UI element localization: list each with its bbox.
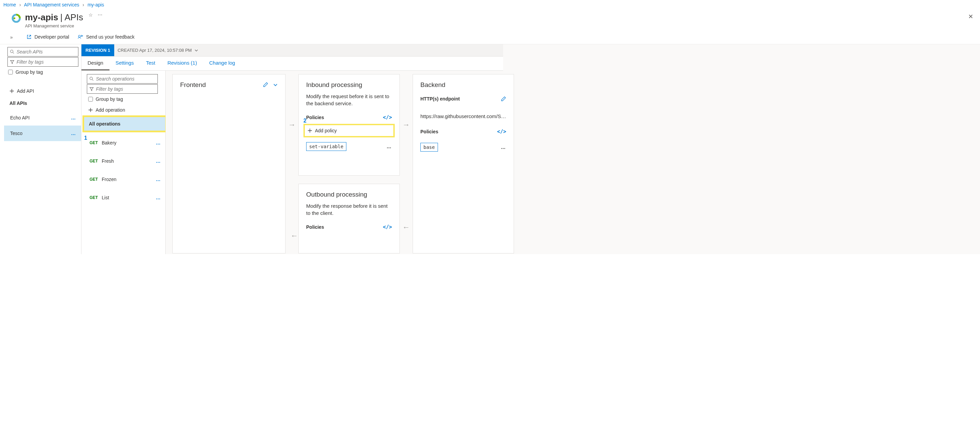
policy-chip-base[interactable]: base: [420, 143, 438, 152]
inbound-title: Inbound processing: [306, 81, 362, 89]
feedback-button[interactable]: Send us your feedback: [77, 34, 135, 40]
arrow-right-icon: → ←: [402, 74, 410, 176]
page-header: my-apis|APIs API Management service ☆ ⋯ …: [0, 10, 980, 31]
outbound-policies-label: Policies: [306, 224, 324, 230]
api-list-pane: Group by tag Add API All APIs Echo API ……: [0, 44, 81, 254]
backend-policies-label: Policies: [420, 129, 438, 134]
plus-icon: [88, 108, 93, 112]
tab-test[interactable]: Test: [140, 56, 162, 70]
callout-2: 2: [304, 118, 307, 124]
expand-sidebar-icon[interactable]: »: [10, 35, 13, 40]
inbound-policies-label: Policies: [306, 115, 324, 120]
outbound-desc: Modify the response before it is sent to…: [299, 202, 399, 222]
inbound-panel: Inbound processing Modify the request be…: [298, 74, 400, 176]
svg-point-0: [14, 17, 15, 19]
frontend-dropdown-icon[interactable]: [273, 83, 278, 88]
more-icon[interactable]: …: [156, 177, 161, 182]
plus-icon: [10, 89, 14, 93]
more-icon[interactable]: …: [156, 195, 161, 200]
arrow-left-icon: ←: [402, 223, 410, 232]
search-apis-input[interactable]: [17, 49, 78, 54]
developer-portal-button[interactable]: Developer portal: [26, 34, 69, 40]
operation-item[interactable]: GET Fresh …: [84, 152, 165, 170]
group-by-tag-ops[interactable]: Group by tag: [88, 96, 165, 102]
code-editor-icon[interactable]: </>: [383, 114, 392, 120]
filter-apis-input[interactable]: [17, 59, 78, 65]
add-inbound-policy-button[interactable]: 2 Add policy: [304, 124, 395, 137]
filter-apis-box[interactable]: [8, 57, 78, 67]
search-icon: [10, 50, 14, 54]
group-by-tag-apis[interactable]: Group by tag: [8, 69, 81, 75]
filter-icon: [89, 86, 94, 91]
search-apis-box[interactable]: [8, 47, 78, 56]
outbound-title: Outbound processing: [306, 191, 368, 198]
group-by-tag-checkbox[interactable]: [8, 70, 13, 74]
close-icon[interactable]: ✕: [968, 13, 973, 20]
svg-point-2: [11, 50, 13, 53]
operation-item[interactable]: GET Bakery …: [84, 134, 165, 152]
more-menu-icon[interactable]: ⋯: [98, 12, 103, 18]
svg-line-5: [92, 80, 94, 81]
backend-endpoint-label: HTTP(s) endpoint: [420, 96, 460, 102]
command-bar: » Developer portal Send us your feedback: [0, 31, 980, 44]
page-title: my-apis|APIs: [25, 12, 83, 23]
arrow-right-icon: →: [288, 74, 296, 176]
revision-badge[interactable]: REVISION 1: [81, 44, 114, 56]
arrow-left-icon: ←: [291, 232, 298, 240]
frontend-panel: Frontend: [172, 74, 286, 254]
api-item-tesco[interactable]: Tesco …: [4, 126, 81, 141]
breadcrumb-apim[interactable]: API Management services: [24, 2, 79, 8]
breadcrumb: Home › API Management services › my-apis: [0, 0, 980, 10]
plus-icon: [307, 128, 312, 133]
more-icon[interactable]: …: [71, 131, 76, 136]
backend-panel: Backend HTTP(s) endpoint https://raw.git…: [413, 74, 514, 254]
backend-url: https://raw.githubusercontent.com/Sirwan…: [413, 106, 514, 126]
more-icon[interactable]: …: [501, 144, 506, 150]
backend-title: Backend: [420, 81, 445, 89]
edit-frontend-button[interactable]: [263, 83, 270, 88]
more-icon[interactable]: …: [71, 115, 76, 120]
chevron-right-icon: ›: [19, 2, 21, 8]
search-operations-box[interactable]: [87, 74, 158, 83]
svg-line-3: [13, 53, 14, 54]
svg-point-1: [78, 35, 80, 37]
revision-bar: REVISION 1 CREATED Apr 17, 2024, 10:57:0…: [81, 44, 503, 56]
external-link-icon: [26, 34, 32, 40]
more-icon[interactable]: …: [156, 140, 161, 145]
inbound-desc: Modify the request before it is sent to …: [299, 93, 399, 112]
add-operation-button[interactable]: Add operation: [88, 107, 165, 113]
operation-item[interactable]: GET List …: [84, 189, 165, 207]
tab-changelog[interactable]: Change log: [203, 56, 241, 70]
revision-created[interactable]: CREATED Apr 17, 2024, 10:57:08 PM: [114, 44, 202, 56]
code-editor-icon[interactable]: </>: [383, 224, 392, 230]
group-by-tag-checkbox[interactable]: [88, 97, 93, 102]
all-operations-link[interactable]: All operations: [83, 115, 167, 132]
more-icon[interactable]: …: [156, 158, 161, 164]
tab-settings[interactable]: Settings: [110, 56, 140, 70]
filter-operations-input[interactable]: [96, 86, 158, 92]
feedback-icon: [77, 34, 83, 40]
api-tabs: Design Settings Test Revisions (1) Chang…: [81, 56, 503, 71]
tab-revisions[interactable]: Revisions (1): [161, 56, 203, 70]
operations-pane: REVISION 1 CREATED Apr 17, 2024, 10:57:0…: [81, 44, 165, 254]
edit-backend-button[interactable]: [501, 96, 506, 102]
all-apis-link[interactable]: All APIs: [10, 101, 81, 106]
tab-design[interactable]: Design: [81, 56, 110, 70]
callout-1: 1: [84, 135, 87, 141]
add-api-button[interactable]: Add API: [10, 88, 81, 94]
search-icon: [89, 77, 94, 81]
breadcrumb-myapis[interactable]: my-apis: [88, 2, 104, 8]
more-icon[interactable]: …: [387, 144, 392, 149]
filter-operations-box[interactable]: [87, 84, 158, 94]
chevron-down-icon: [194, 48, 198, 53]
breadcrumb-home[interactable]: Home: [3, 2, 16, 8]
operation-item[interactable]: GET Frozen …: [84, 170, 165, 189]
favorite-star-icon[interactable]: ☆: [89, 12, 93, 18]
svg-point-4: [90, 77, 92, 80]
frontend-title: Frontend: [180, 81, 206, 89]
api-item-echo[interactable]: Echo API …: [4, 110, 81, 126]
policy-chip-set-variable[interactable]: set-variable: [306, 142, 346, 151]
code-editor-icon[interactable]: </>: [497, 129, 506, 135]
chevron-right-icon: ›: [83, 2, 84, 8]
search-operations-input[interactable]: [96, 76, 158, 81]
